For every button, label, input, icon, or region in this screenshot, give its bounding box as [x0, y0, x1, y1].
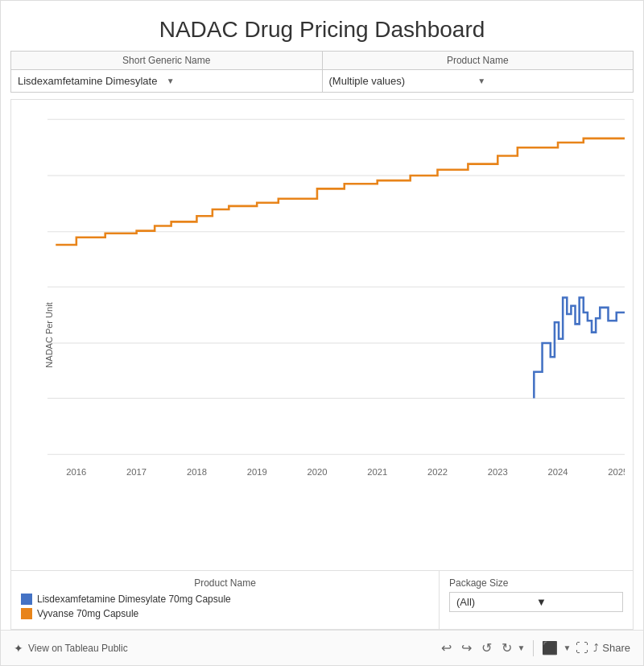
y-axis-label: NADAC Per Unit — [44, 302, 54, 367]
legend-title: Product Name — [21, 577, 429, 589]
toolbar-divider — [533, 640, 534, 656]
chart-svg: 0 2 4 6 8 10 12 2016 2017 2018 2019 2020… — [47, 108, 625, 487]
legend-item-vyvanse: Vyvanse 70mg Capsule — [21, 608, 429, 619]
share-icon: ⤴ — [593, 642, 599, 654]
svg-text:2019: 2019 — [247, 467, 267, 477]
svg-text:2021: 2021 — [367, 467, 387, 477]
svg-text:2017: 2017 — [126, 467, 147, 477]
dropdown-arrow-icon: ▼ — [517, 643, 525, 652]
svg-text:2020: 2020 — [307, 467, 327, 477]
dashboard: NADAC Drug Pricing Dashboard Short Gener… — [0, 0, 644, 666]
pkg-size-value: (All) — [456, 596, 536, 608]
lisdex-line — [534, 298, 625, 399]
chart-area: NADAC Per Unit 0 2 4 6 8 10 12 2016 2017… — [10, 99, 634, 571]
svg-text:2016: 2016 — [66, 467, 86, 477]
download-button[interactable]: ⬛ — [537, 637, 563, 659]
svg-text:2024: 2024 — [548, 467, 568, 477]
legend-label-lisdex: Lisdexamfetamine Dimesylate 70mg Capsule — [37, 594, 231, 605]
svg-text:2023: 2023 — [488, 467, 508, 477]
pkg-size-area: Package Size (All) ▼ — [440, 571, 633, 629]
product-name-value: (Multiple values) — [329, 75, 478, 87]
product-name-arrow-icon: ▼ — [477, 77, 626, 85]
view-on-tableau-label: View on Tableau Public — [28, 643, 128, 654]
tableau-icon: ✦ — [14, 642, 23, 655]
redo-button[interactable]: ↪ — [456, 637, 477, 659]
bottom-section: Product Name Lisdexamfetamine Dimesylate… — [10, 571, 634, 630]
svg-text:2018: 2018 — [187, 467, 207, 477]
legend-item-lisdex: Lisdexamfetamine Dimesylate 70mg Capsule — [21, 594, 429, 605]
forward-button[interactable]: ↻ — [497, 637, 517, 659]
svg-text:2025: 2025 — [608, 467, 625, 477]
product-name-select[interactable]: (Multiple values) ▼ — [323, 70, 634, 92]
share-button[interactable]: ⤴ Share — [593, 642, 630, 654]
filters: Short Generic Name Lisdexamfetamine Dime… — [10, 51, 634, 93]
pkg-size-select[interactable]: (All) ▼ — [449, 592, 623, 612]
short-generic-name-arrow-icon: ▼ — [167, 77, 316, 85]
short-generic-name-select[interactable]: Lisdexamfetamine Dimesylate ▼ — [11, 70, 322, 92]
product-name-filter: Product Name (Multiple values) ▼ — [323, 52, 634, 92]
svg-text:2022: 2022 — [427, 467, 448, 477]
pkg-size-arrow-icon: ▼ — [536, 596, 616, 608]
short-generic-name-label: Short Generic Name — [11, 52, 322, 70]
vyvanse-line — [56, 139, 625, 245]
undo-button[interactable]: ↩ — [436, 637, 456, 659]
pkg-size-label: Package Size — [449, 577, 623, 589]
download-arrow-icon: ▼ — [563, 643, 571, 652]
legend-color-lisdex — [21, 594, 32, 605]
fullscreen-button[interactable]: ⛶ — [571, 638, 593, 659]
short-generic-name-value: Lisdexamfetamine Dimesylate — [18, 75, 167, 87]
short-generic-name-filter: Short Generic Name Lisdexamfetamine Dime… — [11, 52, 323, 92]
legend-area: Product Name Lisdexamfetamine Dimesylate… — [11, 571, 440, 629]
revert-button[interactable]: ↺ — [477, 637, 497, 659]
product-name-label: Product Name — [323, 52, 634, 70]
title-area: NADAC Drug Pricing Dashboard — [1, 1, 643, 51]
page-title: NADAC Drug Pricing Dashboard — [9, 17, 635, 43]
toolbar: ✦ View on Tableau Public ↩ ↪ ↺ ↻ ▼ ⬛ ▼ ⛶… — [1, 630, 643, 665]
legend-label-vyvanse: Vyvanse 70mg Capsule — [37, 608, 138, 619]
share-label: Share — [602, 642, 630, 654]
legend-color-vyvanse — [21, 608, 32, 619]
tableau-logo: ✦ View on Tableau Public — [14, 642, 128, 655]
